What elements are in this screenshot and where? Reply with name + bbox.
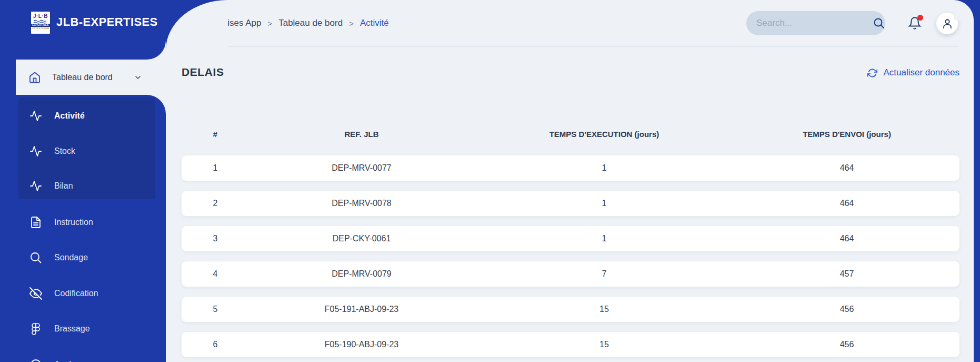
sidebar-item-label: Stock	[54, 146, 75, 156]
circle-icon	[29, 358, 42, 362]
sidebar-item-label: Analyse	[54, 360, 84, 362]
sidebar-item-stock[interactable]: Stock	[0, 141, 166, 162]
logo-text: J·L·B	[33, 13, 48, 19]
person-icon	[942, 18, 953, 30]
sidebar-item-bilan[interactable]: Bilan	[0, 175, 166, 197]
sidebar-nav: Activité Stock Bilan Instruction Sondage	[0, 95, 166, 362]
column-header-num: #	[182, 130, 249, 139]
cell-envoi: 457	[734, 269, 959, 279]
sidebar-item-label: Tableau de bord	[52, 73, 113, 82]
main-panel: JLB Expertises App > Tableau de bord > A…	[166, 0, 974, 362]
sidebar-strip	[0, 60, 16, 95]
chevron-down-icon[interactable]	[134, 73, 142, 82]
cell-envoi: 456	[734, 340, 959, 349]
search-input[interactable]	[756, 18, 873, 28]
cell-num: 1	[182, 163, 249, 173]
notification-badge	[917, 15, 923, 21]
sidebar-item-sondage[interactable]: Sondage	[0, 247, 166, 268]
company-logo: J·L·B EXPERTISES CÔTE D'IVOIRE	[31, 11, 51, 34]
breadcrumb-activite[interactable]: Activité	[360, 18, 389, 28]
column-header-ref: REF. JLB	[249, 130, 474, 139]
cell-ref: DEP-MRV-0079	[249, 269, 474, 279]
activity-icon	[29, 145, 42, 158]
cell-num: 3	[182, 234, 249, 243]
search-box[interactable]	[746, 11, 885, 35]
cell-ref: F05-190-ABJ-09-23	[249, 340, 474, 349]
brand: J·L·B EXPERTISES CÔTE D'IVOIRE JLB-EXPER…	[0, 0, 166, 60]
cell-exec: 15	[474, 305, 734, 314]
search-icon[interactable]	[873, 17, 885, 30]
table-body: 1 DEP-MRV-0077 1 464 2 DEP-MRV-0078 1 46…	[182, 155, 959, 362]
logo-country: CÔTE D'IVOIRE	[32, 27, 49, 30]
notifications-button[interactable]	[908, 16, 923, 32]
table-row[interactable]: 3 DEP-CKY-0061 1 464	[182, 226, 959, 251]
table-row[interactable]: 2 DEP-MRV-0078 1 464	[182, 191, 959, 216]
page-title: DELAIS	[182, 66, 224, 79]
cell-ref: F05-191-ABJ-09-23	[249, 305, 474, 314]
column-header-exec: TEMPS D'EXECUTION (jours)	[474, 130, 734, 139]
sidebar-item-analyse[interactable]: Analyse	[0, 354, 166, 362]
column-header-envoi: TEMPS D'ENVOI (jours)	[734, 130, 959, 139]
sidebar-item-brassage[interactable]: Brassage	[0, 318, 166, 339]
refresh-icon	[867, 68, 877, 78]
cell-num: 5	[182, 305, 249, 314]
sidebar-item-tableau-de-bord[interactable]: Tableau de bord	[16, 60, 166, 95]
cell-ref: DEP-MRV-0078	[249, 199, 474, 208]
breadcrumb-separator-icon: >	[267, 19, 272, 28]
sidebar-item-label: Sondage	[54, 253, 88, 262]
sidebar-item-label: Brassage	[54, 324, 90, 334]
panel-top-left-curve	[166, 0, 228, 50]
panel-top-right-curve	[954, 0, 974, 20]
home-icon	[28, 71, 41, 84]
table-row[interactable]: 5 F05-191-ABJ-09-23 15 456	[182, 297, 959, 322]
cell-exec: 15	[474, 340, 734, 349]
cell-envoi: 464	[734, 199, 959, 208]
table-row[interactable]: 6 F05-190-ABJ-09-23 15 456	[182, 332, 959, 357]
table-row[interactable]: 4 DEP-MRV-0079 7 457	[182, 261, 959, 287]
document-icon	[29, 216, 42, 229]
cell-envoi: 464	[734, 163, 959, 173]
cell-exec: 1	[474, 199, 734, 208]
table-header-row: # REF. JLB TEMPS D'EXECUTION (jours) TEM…	[182, 126, 959, 141]
cell-exec: 1	[474, 234, 734, 243]
logo-waves-icon	[33, 19, 48, 24]
cell-envoi: 456	[734, 305, 959, 314]
magnifier-icon	[29, 251, 42, 264]
cell-envoi: 464	[734, 234, 959, 243]
header-divider	[182, 46, 958, 47]
sidebar-item-label: Instruction	[54, 218, 93, 227]
sidebar-item-codification[interactable]: Codification	[0, 283, 166, 304]
table-row[interactable]: 1 DEP-MRV-0077 1 464	[182, 155, 959, 181]
cell-exec: 1	[474, 163, 734, 173]
refresh-label[interactable]: Actualiser données	[883, 67, 959, 78]
cell-ref: DEP-CKY-0061	[249, 234, 474, 243]
sidebar-item-label: Codification	[54, 289, 98, 298]
cell-exec: 7	[474, 269, 734, 279]
eye-off-icon	[29, 287, 42, 300]
activity-icon	[29, 110, 42, 122]
cell-num: 4	[182, 269, 249, 279]
cell-ref: DEP-MRV-0077	[249, 163, 474, 173]
sidebar-item-activite[interactable]: Activité	[0, 105, 166, 126]
breadcrumb-dashboard[interactable]: Tableau de bord	[278, 18, 343, 28]
sidebar-item-instruction[interactable]: Instruction	[0, 212, 166, 233]
figma-icon	[29, 322, 42, 335]
cell-num: 2	[182, 199, 249, 208]
cell-num: 6	[182, 340, 249, 349]
breadcrumb-separator-icon: >	[349, 19, 354, 28]
app-title: JLB-EXPERTISES	[56, 15, 158, 29]
sidebar-item-label: Activité	[54, 111, 85, 121]
refresh-data-button[interactable]: Actualiser données	[867, 67, 959, 78]
sidebar-item-label: Bilan	[54, 181, 73, 191]
right-edge-band	[974, 0, 980, 362]
activity-icon	[29, 180, 42, 192]
